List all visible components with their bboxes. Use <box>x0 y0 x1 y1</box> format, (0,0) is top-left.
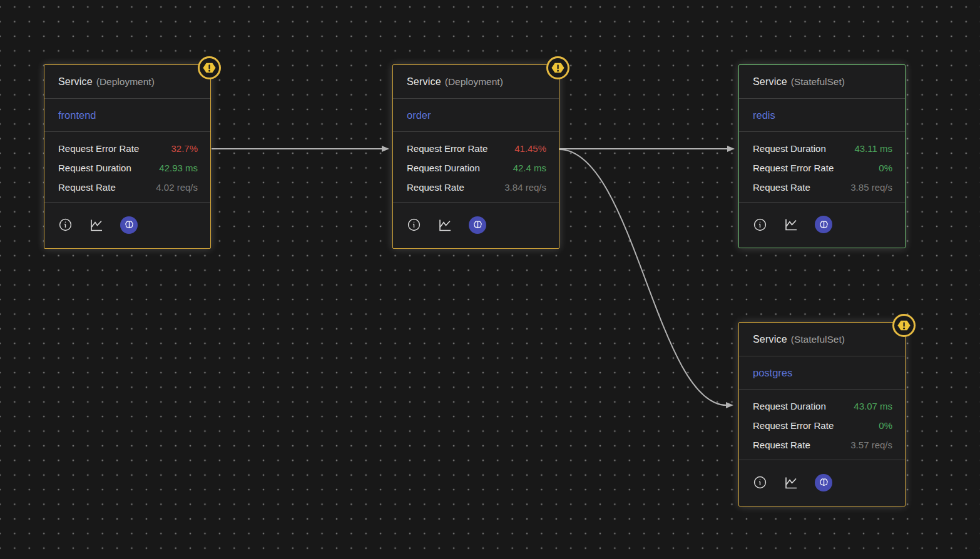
metric-value: 3.57 req/s <box>850 440 892 450</box>
info-icon[interactable] <box>58 218 73 233</box>
metric-label: Request Rate <box>407 182 464 193</box>
warning-badge[interactable] <box>892 314 916 337</box>
card-footer <box>44 203 210 248</box>
metric-label: Request Duration <box>753 143 826 154</box>
brain-icon[interactable] <box>120 216 138 234</box>
metric-row: Request Rate 3.85 req/s <box>753 178 892 197</box>
metric-row: Request Duration 43.07 ms <box>753 396 892 416</box>
metric-label: Request Rate <box>753 440 810 450</box>
chart-icon[interactable] <box>437 218 452 233</box>
brain-icon[interactable] <box>469 216 486 234</box>
edge-order-postgres <box>559 149 727 405</box>
metric-value: 3.85 req/s <box>850 182 892 193</box>
service-node-frontend[interactable]: Service (Deployment) frontend Request Er… <box>44 64 211 249</box>
service-name-link[interactable]: frontend <box>58 109 96 121</box>
metric-row: Request Error Rate 0% <box>753 416 892 435</box>
metrics-section: Request Error Rate 32.7% Request Duratio… <box>44 132 210 203</box>
service-node-redis[interactable]: Service (StatefulSet) redis Request Dura… <box>738 64 906 248</box>
warning-hexagon-icon <box>897 318 911 333</box>
metric-value: 43.07 ms <box>854 401 892 411</box>
warning-badge[interactable] <box>546 56 569 79</box>
card-footer <box>739 460 905 506</box>
service-name-link[interactable]: order <box>407 109 431 121</box>
metric-row: Request Duration 43.11 ms <box>753 139 892 158</box>
card-header: Service (Deployment) <box>44 65 210 99</box>
metric-row: Request Error Rate 32.7% <box>58 139 198 158</box>
warning-badge[interactable] <box>198 56 221 79</box>
metric-value: 41.45% <box>514 143 546 154</box>
service-map-canvas[interactable]: Service (Deployment) frontend Request Er… <box>0 0 980 559</box>
metric-row: Request Duration 42.4 ms <box>407 158 546 178</box>
brain-icon[interactable] <box>815 474 832 491</box>
card-name-row: order <box>393 99 559 132</box>
card-header: Service (StatefulSet) <box>739 65 905 99</box>
warning-hexagon-icon <box>202 61 217 75</box>
metric-row: Request Duration 42.93 ms <box>58 158 198 178</box>
metric-value: 0% <box>879 420 892 431</box>
service-name-link[interactable]: redis <box>753 109 775 121</box>
brain-icon[interactable] <box>815 216 832 233</box>
card-name-row: redis <box>739 99 905 132</box>
metric-row: Request Error Rate 0% <box>753 158 892 178</box>
service-kind-label: (Deployment) <box>96 76 155 88</box>
metric-value: 42.93 ms <box>159 163 198 173</box>
card-name-row: postgres <box>739 356 905 390</box>
card-footer <box>739 203 905 248</box>
info-icon[interactable] <box>752 217 767 232</box>
metric-row: Request Rate 3.57 req/s <box>753 435 892 455</box>
metric-label: Request Rate <box>58 182 116 193</box>
card-header: Service (Deployment) <box>393 65 559 99</box>
metric-label: Request Error Rate <box>58 143 139 154</box>
metric-value: 43.11 ms <box>854 143 892 154</box>
metric-value: 4.02 req/s <box>156 182 198 193</box>
card-header: Service (StatefulSet) <box>739 323 905 356</box>
service-kind-label: (StatefulSet) <box>791 76 845 88</box>
metrics-section: Request Duration 43.11 ms Request Error … <box>739 132 905 203</box>
metrics-section: Request Error Rate 41.45% Request Durati… <box>393 132 559 203</box>
info-icon[interactable] <box>752 475 767 490</box>
metric-label: Request Duration <box>407 163 480 173</box>
service-type-label: Service <box>58 76 93 88</box>
service-node-postgres[interactable]: Service (StatefulSet) postgres Request D… <box>738 322 906 506</box>
chart-icon[interactable] <box>89 218 104 233</box>
metric-row: Request Rate 4.02 req/s <box>58 178 198 197</box>
service-kind-label: (StatefulSet) <box>791 334 845 345</box>
metric-value: 0% <box>879 163 892 173</box>
metric-value: 3.84 req/s <box>504 182 546 193</box>
service-name-link[interactable]: postgres <box>753 367 792 379</box>
card-footer <box>393 203 559 248</box>
chart-icon[interactable] <box>783 217 799 232</box>
metric-value: 32.7% <box>171 143 198 154</box>
metric-label: Request Duration <box>753 401 826 411</box>
card-name-row: frontend <box>44 99 210 132</box>
warning-hexagon-icon <box>551 61 565 75</box>
metric-label: Request Error Rate <box>753 163 834 173</box>
metric-row: Request Rate 3.84 req/s <box>407 178 546 197</box>
info-icon[interactable] <box>406 218 421 233</box>
metric-label: Request Duration <box>58 163 131 173</box>
metric-row: Request Error Rate 41.45% <box>407 139 546 158</box>
metric-value: 42.4 ms <box>513 163 546 173</box>
metrics-section: Request Duration 43.07 ms Request Error … <box>739 390 905 460</box>
service-type-label: Service <box>407 76 441 88</box>
metric-label: Request Error Rate <box>407 143 487 154</box>
metric-label: Request Error Rate <box>753 420 834 431</box>
service-type-label: Service <box>753 334 787 345</box>
service-node-order[interactable]: Service (Deployment) order Request Error… <box>392 64 559 249</box>
chart-icon[interactable] <box>783 475 799 490</box>
service-type-label: Service <box>753 76 787 88</box>
metric-label: Request Rate <box>753 182 810 193</box>
service-kind-label: (Deployment) <box>445 76 503 88</box>
